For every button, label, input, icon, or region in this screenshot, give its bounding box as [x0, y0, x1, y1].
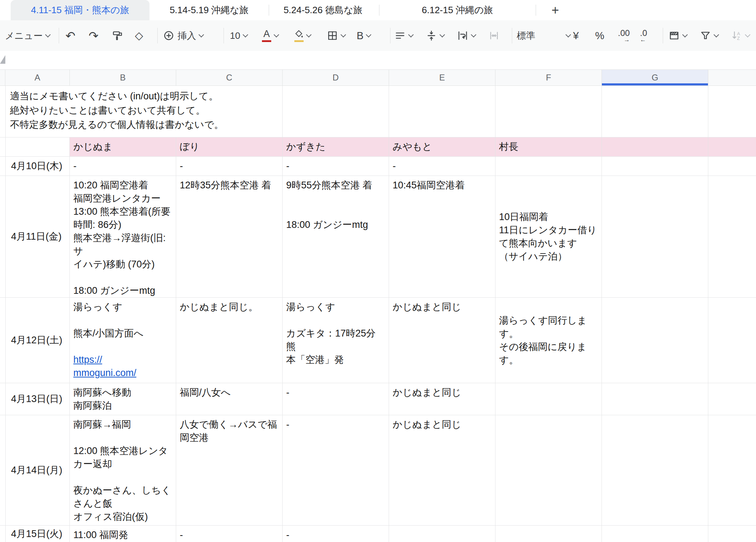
- cell[interactable]: かじぬまと同じ。: [176, 298, 283, 383]
- cell[interactable]: かじぬまと同じ: [389, 383, 495, 415]
- select-all-corner[interactable]: [0, 55, 5, 64]
- cell[interactable]: [602, 137, 708, 156]
- cell[interactable]: [495, 526, 602, 542]
- cell[interactable]: 湯らっくす カズキタ：17時25分熊 本「空港」発: [283, 298, 389, 383]
- cell[interactable]: [495, 85, 602, 137]
- tab-fukuoka-kumamoto[interactable]: 4.11-15 福岡・熊本の旅: [11, 0, 149, 20]
- cell-date[interactable]: 4月10日(木): [5, 157, 70, 176]
- insert-button[interactable]: 挿入: [163, 20, 203, 51]
- cell[interactable]: [602, 526, 708, 542]
- cell[interactable]: -: [70, 157, 176, 176]
- number-format-button[interactable]: 標準: [517, 20, 570, 51]
- cell[interactable]: [708, 298, 756, 383]
- cell[interactable]: 10日福岡着 11日にレンタカー借り て熊本向かいます （サイハテ泊）: [495, 176, 602, 297]
- cell[interactable]: -: [176, 526, 283, 542]
- cell[interactable]: [708, 176, 756, 297]
- column-header-a[interactable]: A: [5, 70, 70, 86]
- cell[interactable]: [495, 157, 602, 176]
- cell[interactable]: [283, 85, 389, 137]
- cell[interactable]: [708, 383, 756, 415]
- percent-format-button[interactable]: %: [595, 20, 604, 51]
- cell[interactable]: 11:00 福岡発: [70, 526, 176, 542]
- cell[interactable]: 南阿蘇へ移動 南阿蘇泊: [70, 383, 176, 415]
- cell[interactable]: -: [389, 157, 495, 176]
- cell-date[interactable]: 4月11日(金): [5, 176, 70, 297]
- cell[interactable]: 湯らっくす同行しま す。 その後福岡に戻りま す。: [495, 298, 602, 383]
- tab-okinawa-june[interactable]: 6.12-15 沖縄の旅: [386, 0, 529, 20]
- cell[interactable]: -: [283, 526, 389, 542]
- cell[interactable]: -: [176, 157, 283, 176]
- cell[interactable]: 12時35分熊本空港 着: [176, 176, 283, 297]
- column-header-h-partial[interactable]: [708, 70, 756, 86]
- increase-decimals-button[interactable]: .00 →: [618, 20, 630, 51]
- cell[interactable]: [389, 85, 495, 137]
- cell[interactable]: かじぬまと同じ: [389, 415, 495, 525]
- cell[interactable]: [708, 157, 756, 176]
- sort-button[interactable]: A Z: [731, 20, 750, 51]
- currency-format-button[interactable]: ¥: [573, 20, 579, 51]
- text-wrap-button[interactable]: [457, 20, 476, 51]
- cell-date[interactable]: 4月12日(土): [5, 298, 70, 383]
- clear-format-button[interactable]: ◇: [135, 20, 143, 51]
- cell[interactable]: 南阿蘇→福岡 12:00 熊本空港レンタ カー返却 夜かぬーさん、しちく さんと…: [70, 415, 176, 525]
- add-sheet-button[interactable]: +: [545, 0, 566, 20]
- cell[interactable]: 福岡/八女へ: [176, 383, 283, 415]
- cell[interactable]: -: [283, 157, 389, 176]
- column-header-e[interactable]: E: [389, 70, 495, 86]
- cell-date[interactable]: 4月15日(火): [5, 526, 70, 542]
- cell-date[interactable]: 4月13日(日): [5, 383, 70, 415]
- cell[interactable]: 湯らっくす 熊本/小国方面へ https:// mmoguni.com/: [70, 298, 176, 383]
- column-header-f[interactable]: F: [495, 70, 602, 86]
- cell-member-miyamoto[interactable]: みやもと: [389, 137, 495, 156]
- redo-button[interactable]: ↷: [89, 20, 99, 51]
- cell[interactable]: [495, 383, 602, 415]
- tab-tokushima[interactable]: 5.24-5.26 徳島な旅: [276, 0, 370, 20]
- paint-format-button[interactable]: [112, 20, 123, 51]
- cell-notes[interactable]: 適当にメモ書いてください (in/out)は明示して。 絶対やりたいことは書いて…: [5, 85, 283, 137]
- merge-cells-button[interactable]: [488, 20, 500, 51]
- menu-button[interactable]: メニュー: [5, 20, 50, 51]
- bold-button[interactable]: B: [357, 20, 371, 51]
- text-color-button[interactable]: A: [262, 20, 278, 51]
- cell[interactable]: [602, 85, 708, 137]
- cell-date[interactable]: 4月14日(月): [5, 415, 70, 525]
- decrease-decimals-button[interactable]: .0 ←: [640, 20, 647, 51]
- cell[interactable]: かじぬまと同じ: [389, 298, 495, 383]
- cell[interactable]: [389, 526, 495, 542]
- cell-member-kajinuma[interactable]: かじぬま: [70, 137, 176, 156]
- cell[interactable]: [708, 137, 756, 156]
- cell[interactable]: [602, 415, 708, 525]
- freeze-button[interactable]: [668, 20, 687, 51]
- cell[interactable]: 八女で働く→バスで福 岡空港: [176, 415, 283, 525]
- cell[interactable]: [708, 526, 756, 542]
- horizontal-align-button[interactable]: [394, 20, 413, 51]
- column-header-c[interactable]: C: [176, 70, 283, 86]
- cell-member-soncho[interactable]: 村長: [495, 137, 602, 156]
- column-header-d[interactable]: D: [283, 70, 389, 86]
- cell[interactable]: -: [283, 383, 389, 415]
- mmoguni-link[interactable]: https:// mmoguni.com/: [73, 354, 136, 378]
- cell[interactable]: [602, 157, 708, 176]
- font-size-button[interactable]: 10: [230, 20, 247, 51]
- filter-button[interactable]: [700, 20, 718, 51]
- cell[interactable]: [602, 298, 708, 383]
- undo-button[interactable]: ↶: [65, 20, 75, 51]
- cell[interactable]: [495, 415, 602, 525]
- cell-member-bori[interactable]: ぼり: [176, 137, 283, 156]
- column-header-g-selected[interactable]: G: [602, 70, 708, 86]
- cell[interactable]: [708, 415, 756, 525]
- column-header-b[interactable]: B: [70, 70, 176, 86]
- cell-member-kazukita[interactable]: かずきた: [283, 137, 389, 156]
- cell[interactable]: 9時55分熊本空港 着 18:00 ガンジーmtg: [283, 176, 389, 297]
- cell[interactable]: [5, 137, 70, 156]
- cell[interactable]: 10:20 福岡空港着 福岡空港レンタカー 13:00 熊本空港着(所要 時間:…: [70, 176, 176, 297]
- tab-okinawa-may[interactable]: 5.14-5.19 沖縄な旅: [157, 0, 262, 20]
- cell[interactable]: [708, 85, 756, 137]
- fill-color-button[interactable]: [294, 20, 311, 51]
- cell[interactable]: [602, 383, 708, 415]
- vertical-align-button[interactable]: [426, 20, 444, 51]
- borders-button[interactable]: [327, 20, 345, 51]
- cell[interactable]: 10:45福岡空港着: [389, 176, 495, 297]
- cell[interactable]: [602, 176, 708, 297]
- cell[interactable]: -: [283, 415, 389, 525]
